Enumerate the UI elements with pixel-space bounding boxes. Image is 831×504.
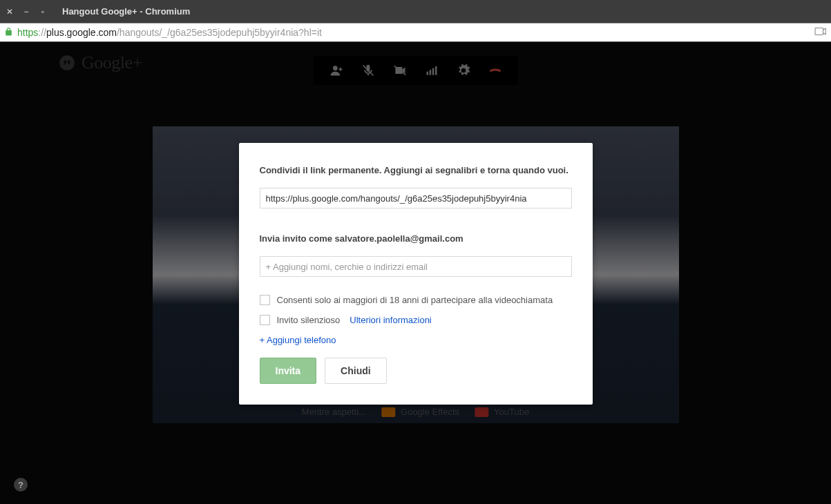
close-button[interactable]: Chiudi — [325, 358, 387, 384]
age-restrict-label: Consenti solo ai maggiori di 18 anni di … — [277, 295, 553, 305]
invite-modal: Condividi il link permanente. Aggiungi a… — [239, 143, 593, 405]
more-info-link[interactable]: Ulteriori informazioni — [350, 315, 431, 325]
help-button[interactable]: ? — [14, 478, 28, 492]
address-bar[interactable]: https://plus.google.com/hangouts/_/g6a25… — [0, 23, 831, 42]
age-restrict-row[interactable]: Consenti solo ai maggiori di 18 anni di … — [260, 295, 572, 305]
silent-invite-label: Invito silenzioso — [277, 315, 341, 325]
url-text: https://plus.google.com/hangouts/_/g6a25… — [17, 27, 322, 38]
add-phone-link[interactable]: + Aggiungi telefono — [260, 335, 572, 345]
invite-as-label: Invia invito come salvatore.paolella@gma… — [260, 233, 572, 244]
modal-buttons: Invita Chiudi — [260, 358, 572, 384]
url-sep: :// — [38, 27, 46, 38]
invite-button[interactable]: Invita — [260, 358, 317, 384]
invite-contacts-input[interactable] — [260, 256, 572, 277]
app-area: Google+ Mentre aspetti... Google Effects — [0, 42, 831, 504]
url-host: plus.google.com — [46, 27, 117, 38]
camera-indicator-icon[interactable] — [814, 26, 827, 39]
window-titlebar: ✕ − ▫ Hangout Google+ - Chromium — [0, 0, 831, 23]
share-link-prompt: Condividi il link permanente. Aggiungi a… — [260, 165, 572, 175]
age-restrict-checkbox[interactable] — [260, 295, 270, 305]
url-protocol: https — [17, 27, 38, 38]
url-path: /hangouts/_/g6a25es35jodepuhj5byyir4nia?… — [117, 27, 322, 38]
silent-invite-checkbox[interactable] — [260, 315, 270, 325]
lock-icon — [4, 27, 13, 39]
svg-rect-0 — [815, 28, 823, 35]
window-title: Hangout Google+ - Chromium — [62, 6, 190, 17]
close-window-icon[interactable]: ✕ — [6, 8, 14, 16]
silent-invite-row[interactable]: Invito silenzioso Ulteriori informazioni — [260, 315, 572, 325]
share-url-input[interactable] — [260, 188, 572, 209]
window-controls: ✕ − ▫ — [6, 8, 47, 16]
maximize-window-icon[interactable]: ▫ — [39, 8, 47, 16]
minimize-window-icon[interactable]: − — [22, 8, 30, 16]
